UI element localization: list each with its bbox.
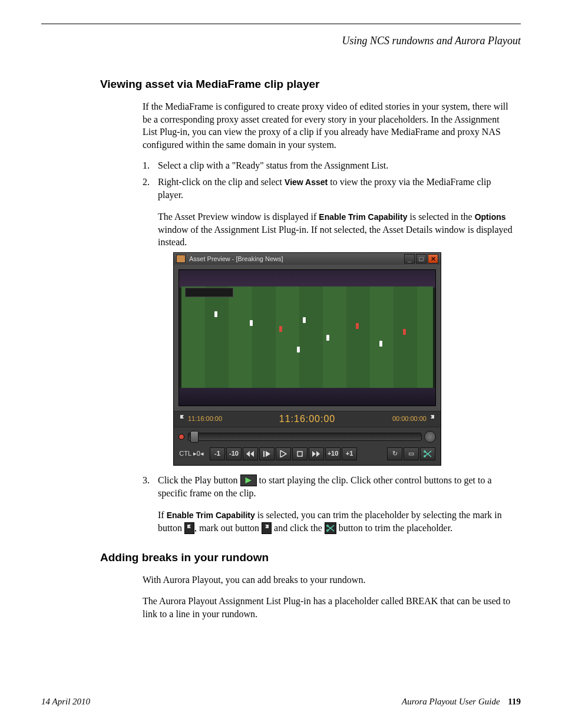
step-2: 2. Right-click on the clip and select Vi… xyxy=(143,176,515,466)
maximize-button[interactable]: □ xyxy=(416,254,427,263)
play-icon xyxy=(240,475,257,486)
step-3-note-mid3: and click the xyxy=(272,523,325,533)
step-fwd-1-button[interactable]: +1 xyxy=(342,447,357,460)
close-button[interactable]: ✕ xyxy=(428,254,438,263)
asset-preview-window: Asset Preview - [Breaking News] _ □ ✕ xyxy=(173,252,441,466)
section-heading-viewing-asset: Viewing asset via MediaFrame clip player xyxy=(100,78,521,91)
minimize-button[interactable]: _ xyxy=(404,254,415,263)
play-button[interactable] xyxy=(276,447,291,460)
chapter-title: Using NCS rundowns and Aurora Playout xyxy=(41,35,521,47)
footer-page-number: 119 xyxy=(508,697,521,706)
step-3-note-post: button to trim the placeholder. xyxy=(336,523,452,533)
step-2-note-post: window of the Assignment List Plug-in. I… xyxy=(158,225,513,248)
scrub-row xyxy=(174,427,441,445)
timecode-out: 00:00:00:00 xyxy=(392,414,427,423)
footer-doc-title: Aurora Playout User Guide xyxy=(402,697,500,706)
step-2-note-mid: is selected in the xyxy=(407,212,474,222)
rewind-button[interactable] xyxy=(243,447,258,460)
mark-in-flag-icon[interactable] xyxy=(178,414,186,424)
step-3-note-pre: If xyxy=(158,510,167,520)
window-title: Asset Preview - [Breaking News] xyxy=(189,255,283,263)
mark-in-icon xyxy=(184,522,194,534)
step-3-note-mid2: , mark out button xyxy=(194,523,262,533)
step-3-pre: Click the Play button xyxy=(158,475,240,485)
section2-p1: With Aurora Playout, you can add breaks … xyxy=(143,574,515,587)
record-indicator-icon xyxy=(178,434,184,440)
chat-button[interactable]: ▭ xyxy=(404,447,419,460)
section2-p2: The Aurora Playout Assignment List Plug-… xyxy=(143,595,515,620)
video-area[interactable] xyxy=(178,269,436,406)
mark-in-play-button[interactable] xyxy=(259,447,275,460)
step-1-text: Select a clip with a "Ready" status from… xyxy=(158,160,388,170)
step-3: 3. Click the Play button to start playin… xyxy=(143,474,515,535)
page-footer: 14 April 2010 Aurora Playout User Guide … xyxy=(41,697,521,707)
scrub-track[interactable] xyxy=(188,433,422,441)
timecode-current: 11:16:00:00 xyxy=(222,413,392,426)
scrub-handle[interactable] xyxy=(190,431,199,443)
enable-trim-label-2: Enable Trim Capability xyxy=(167,510,255,520)
options-label: Options xyxy=(475,212,506,222)
trim-icon xyxy=(325,522,336,534)
trim-button[interactable] xyxy=(420,447,435,460)
mark-out-flag-icon[interactable] xyxy=(429,414,436,424)
step-back-10-button[interactable]: -10 xyxy=(226,447,242,460)
window-titlebar[interactable]: Asset Preview - [Breaking News] _ □ ✕ xyxy=(174,253,441,265)
jog-dial[interactable] xyxy=(424,431,436,443)
svg-rect-0 xyxy=(297,452,302,456)
stop-button[interactable] xyxy=(292,447,308,460)
window-app-icon xyxy=(176,255,186,263)
step-2-note-pre: The Asset Preview window is displayed if xyxy=(158,212,319,222)
fast-forward-button[interactable] xyxy=(309,447,324,460)
step-2-pre: Right-click on the clip and select xyxy=(158,177,285,187)
transport-controls: CTL ▸0◂ -1 -10 xyxy=(174,445,441,465)
mark-out-icon xyxy=(262,522,272,534)
step-fwd-10-button[interactable]: +10 xyxy=(325,447,340,460)
footer-date: 14 April 2010 xyxy=(41,697,402,707)
intro-paragraph: If the MediaFrame is configured to creat… xyxy=(143,100,515,151)
enable-trim-label: Enable Trim Capability xyxy=(319,212,407,222)
step-back-1-button[interactable]: -1 xyxy=(210,447,225,460)
loop-button[interactable]: ↻ xyxy=(387,447,402,460)
ctl-mode-label[interactable]: CTL ▸0◂ xyxy=(178,448,204,460)
view-asset-label: View Asset xyxy=(285,177,328,187)
timecode-in: 11:16:00:00 xyxy=(188,414,222,423)
step-1: 1. Select a clip with a "Ready" status f… xyxy=(143,159,515,172)
section-heading-adding-breaks: Adding breaks in your rundown xyxy=(100,551,521,564)
timecode-row: 11:16:00:00 11:16:00:00 00:00:00:00 xyxy=(174,411,441,427)
